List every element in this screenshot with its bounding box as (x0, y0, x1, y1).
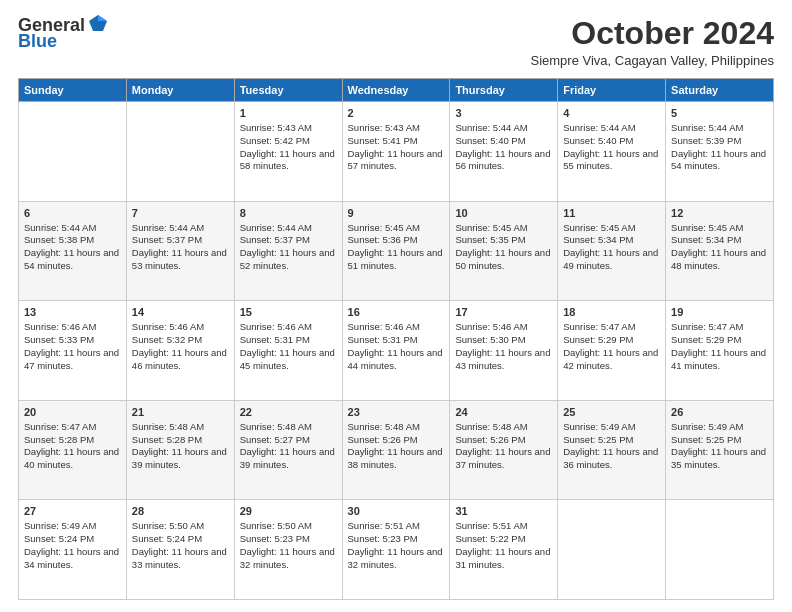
cell-info-line: Sunset: 5:34 PM (671, 234, 768, 247)
calendar-cell: 7Sunrise: 5:44 AMSunset: 5:37 PMDaylight… (126, 201, 234, 301)
cell-info-line: Daylight: 11 hours and 41 minutes. (671, 347, 768, 373)
day-number: 4 (563, 106, 660, 121)
cell-info-line: Sunset: 5:28 PM (24, 434, 121, 447)
week-row-3: 13Sunrise: 5:46 AMSunset: 5:33 PMDayligh… (19, 301, 774, 401)
calendar-cell: 22Sunrise: 5:48 AMSunset: 5:27 PMDayligh… (234, 400, 342, 500)
cell-info-line: Sunrise: 5:47 AM (671, 321, 768, 334)
cell-info-line: Sunset: 5:31 PM (240, 334, 337, 347)
calendar-cell (666, 500, 774, 600)
calendar-cell (19, 102, 127, 202)
day-number: 19 (671, 305, 768, 320)
cell-info-line: Sunrise: 5:50 AM (132, 520, 229, 533)
cell-info-line: Sunset: 5:23 PM (348, 533, 445, 546)
cell-info-line: Sunset: 5:40 PM (455, 135, 552, 148)
day-number: 11 (563, 206, 660, 221)
cell-info-line: Sunset: 5:25 PM (563, 434, 660, 447)
week-row-2: 6Sunrise: 5:44 AMSunset: 5:38 PMDaylight… (19, 201, 774, 301)
cell-info-line: Sunset: 5:33 PM (24, 334, 121, 347)
day-number: 6 (24, 206, 121, 221)
calendar-title: October 2024 (530, 16, 774, 51)
cell-info-line: Daylight: 11 hours and 31 minutes. (455, 546, 552, 572)
cell-info-line: Sunrise: 5:50 AM (240, 520, 337, 533)
calendar-cell: 21Sunrise: 5:48 AMSunset: 5:28 PMDayligh… (126, 400, 234, 500)
cell-info-line: Sunset: 5:30 PM (455, 334, 552, 347)
day-header-wednesday: Wednesday (342, 79, 450, 102)
calendar-cell: 11Sunrise: 5:45 AMSunset: 5:34 PMDayligh… (558, 201, 666, 301)
day-headers-row: SundayMondayTuesdayWednesdayThursdayFrid… (19, 79, 774, 102)
cell-info-line: Daylight: 11 hours and 54 minutes. (671, 148, 768, 174)
cell-info-line: Daylight: 11 hours and 55 minutes. (563, 148, 660, 174)
calendar-table: SundayMondayTuesdayWednesdayThursdayFrid… (18, 78, 774, 600)
cell-info-line: Sunset: 5:29 PM (671, 334, 768, 347)
cell-info-line: Sunset: 5:31 PM (348, 334, 445, 347)
cell-info-line: Sunrise: 5:49 AM (563, 421, 660, 434)
calendar-cell: 17Sunrise: 5:46 AMSunset: 5:30 PMDayligh… (450, 301, 558, 401)
cell-info-line: Daylight: 11 hours and 58 minutes. (240, 148, 337, 174)
calendar-cell: 27Sunrise: 5:49 AMSunset: 5:24 PMDayligh… (19, 500, 127, 600)
cell-info-line: Sunrise: 5:45 AM (671, 222, 768, 235)
cell-info-line: Daylight: 11 hours and 35 minutes. (671, 446, 768, 472)
calendar-cell: 6Sunrise: 5:44 AMSunset: 5:38 PMDaylight… (19, 201, 127, 301)
cell-info-line: Daylight: 11 hours and 43 minutes. (455, 347, 552, 373)
day-number: 12 (671, 206, 768, 221)
cell-info-line: Sunset: 5:25 PM (671, 434, 768, 447)
cell-info-line: Sunset: 5:29 PM (563, 334, 660, 347)
calendar-subtitle: Siempre Viva, Cagayan Valley, Philippine… (530, 53, 774, 68)
cell-info-line: Sunset: 5:38 PM (24, 234, 121, 247)
cell-info-line: Sunrise: 5:44 AM (671, 122, 768, 135)
cell-info-line: Sunrise: 5:46 AM (240, 321, 337, 334)
cell-info-line: Sunrise: 5:44 AM (455, 122, 552, 135)
calendar-cell: 20Sunrise: 5:47 AMSunset: 5:28 PMDayligh… (19, 400, 127, 500)
calendar-cell: 26Sunrise: 5:49 AMSunset: 5:25 PMDayligh… (666, 400, 774, 500)
calendar-cell: 9Sunrise: 5:45 AMSunset: 5:36 PMDaylight… (342, 201, 450, 301)
day-number: 5 (671, 106, 768, 121)
day-number: 28 (132, 504, 229, 519)
cell-info-line: Daylight: 11 hours and 44 minutes. (348, 347, 445, 373)
cell-info-line: Daylight: 11 hours and 32 minutes. (348, 546, 445, 572)
calendar-cell: 25Sunrise: 5:49 AMSunset: 5:25 PMDayligh… (558, 400, 666, 500)
week-row-5: 27Sunrise: 5:49 AMSunset: 5:24 PMDayligh… (19, 500, 774, 600)
cell-info-line: Sunset: 5:32 PM (132, 334, 229, 347)
day-number: 8 (240, 206, 337, 221)
week-row-4: 20Sunrise: 5:47 AMSunset: 5:28 PMDayligh… (19, 400, 774, 500)
calendar-cell: 16Sunrise: 5:46 AMSunset: 5:31 PMDayligh… (342, 301, 450, 401)
day-number: 22 (240, 405, 337, 420)
day-number: 24 (455, 405, 552, 420)
cell-info-line: Sunset: 5:39 PM (671, 135, 768, 148)
logo: General Blue (18, 16, 109, 52)
cell-info-line: Daylight: 11 hours and 50 minutes. (455, 247, 552, 273)
day-header-friday: Friday (558, 79, 666, 102)
cell-info-line: Sunset: 5:41 PM (348, 135, 445, 148)
day-number: 1 (240, 106, 337, 121)
cell-info-line: Daylight: 11 hours and 40 minutes. (24, 446, 121, 472)
calendar-cell: 12Sunrise: 5:45 AMSunset: 5:34 PMDayligh… (666, 201, 774, 301)
day-number: 2 (348, 106, 445, 121)
cell-info-line: Daylight: 11 hours and 48 minutes. (671, 247, 768, 273)
day-number: 3 (455, 106, 552, 121)
cell-info-line: Daylight: 11 hours and 51 minutes. (348, 247, 445, 273)
day-number: 13 (24, 305, 121, 320)
calendar-cell: 28Sunrise: 5:50 AMSunset: 5:24 PMDayligh… (126, 500, 234, 600)
day-number: 10 (455, 206, 552, 221)
cell-info-line: Daylight: 11 hours and 54 minutes. (24, 247, 121, 273)
cell-info-line: Sunrise: 5:49 AM (671, 421, 768, 434)
cell-info-line: Sunset: 5:42 PM (240, 135, 337, 148)
day-header-thursday: Thursday (450, 79, 558, 102)
calendar-page: General Blue October 2024 Siempre Viva, … (0, 0, 792, 612)
header: General Blue October 2024 Siempre Viva, … (18, 16, 774, 68)
cell-info-line: Daylight: 11 hours and 36 minutes. (563, 446, 660, 472)
cell-info-line: Sunset: 5:36 PM (348, 234, 445, 247)
day-number: 9 (348, 206, 445, 221)
cell-info-line: Daylight: 11 hours and 47 minutes. (24, 347, 121, 373)
cell-info-line: Daylight: 11 hours and 39 minutes. (132, 446, 229, 472)
calendar-cell: 19Sunrise: 5:47 AMSunset: 5:29 PMDayligh… (666, 301, 774, 401)
calendar-cell: 1Sunrise: 5:43 AMSunset: 5:42 PMDaylight… (234, 102, 342, 202)
day-number: 25 (563, 405, 660, 420)
cell-info-line: Sunrise: 5:47 AM (563, 321, 660, 334)
cell-info-line: Sunset: 5:28 PM (132, 434, 229, 447)
cell-info-line: Sunrise: 5:49 AM (24, 520, 121, 533)
cell-info-line: Sunrise: 5:46 AM (132, 321, 229, 334)
day-number: 23 (348, 405, 445, 420)
cell-info-line: Sunset: 5:37 PM (132, 234, 229, 247)
cell-info-line: Sunrise: 5:45 AM (455, 222, 552, 235)
